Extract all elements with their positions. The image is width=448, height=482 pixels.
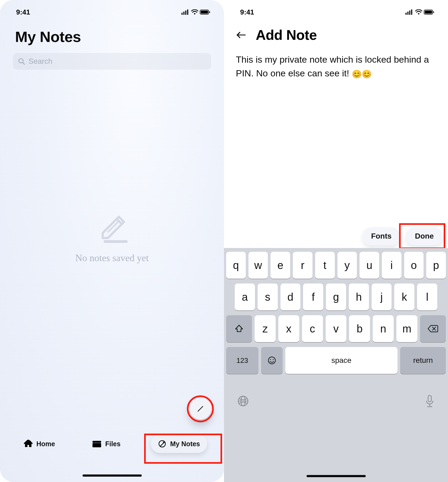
key-x[interactable]: x — [278, 315, 299, 342]
key-g[interactable]: g — [326, 283, 346, 310]
key-f[interactable]: f — [303, 283, 323, 310]
status-time: 9:41 — [16, 8, 30, 16]
svg-rect-17 — [93, 443, 101, 447]
svg-rect-20 — [406, 13, 407, 15]
fonts-button[interactable]: Fonts — [362, 227, 400, 245]
shift-icon — [234, 324, 244, 333]
key-v[interactable]: v — [326, 315, 347, 342]
home-icon — [24, 440, 33, 448]
svg-rect-0 — [182, 13, 183, 15]
back-button[interactable] — [235, 29, 248, 41]
tab-my-notes-label: My Notes — [170, 440, 200, 448]
keyboard-row-4: 123 space return — [226, 347, 446, 374]
svg-rect-16 — [93, 441, 101, 443]
key-backspace[interactable] — [420, 315, 446, 342]
svg-rect-15 — [30, 441, 31, 443]
key-123[interactable]: 123 — [226, 347, 258, 374]
home-indicator — [307, 475, 366, 477]
key-d[interactable]: d — [280, 283, 301, 310]
search-input[interactable] — [29, 57, 206, 66]
key-l[interactable]: l — [417, 283, 437, 310]
done-button[interactable]: Done — [406, 227, 443, 245]
keyboard-row-3: z x c v b n m — [226, 315, 446, 342]
svg-point-4 — [194, 13, 195, 14]
mic-icon — [424, 394, 435, 408]
key-z[interactable]: z — [255, 315, 276, 342]
keyboard-toolbar: Fonts Done — [362, 227, 443, 245]
svg-point-33 — [273, 359, 274, 360]
svg-rect-3 — [187, 9, 188, 15]
svg-rect-27 — [433, 11, 434, 13]
key-r[interactable]: r — [293, 252, 312, 279]
keyboard: q w e r t y u i o p a s d f g h j k l z — [224, 248, 448, 482]
note-emoji: 😊😊 — [352, 70, 372, 79]
keyboard-bottom — [226, 379, 446, 419]
screen-my-notes: 9:41 My Notes No notes saved yet — [0, 0, 224, 482]
key-m[interactable]: m — [396, 315, 417, 342]
edit-icon — [196, 405, 204, 413]
keyboard-row-1: q w e r t y u i o p — [226, 252, 446, 279]
tab-home[interactable]: Home — [17, 435, 62, 453]
wifi-icon — [415, 9, 422, 15]
svg-rect-37 — [428, 395, 431, 402]
new-note-button[interactable] — [190, 398, 211, 420]
key-emoji[interactable] — [261, 347, 283, 374]
key-i[interactable]: i — [382, 252, 401, 279]
cell-signal-icon — [406, 9, 414, 15]
key-j[interactable]: j — [372, 283, 392, 310]
key-w[interactable]: w — [248, 252, 268, 279]
key-e[interactable]: e — [271, 252, 290, 279]
battery-icon — [424, 9, 435, 15]
globe-icon — [237, 395, 249, 407]
key-t[interactable]: t — [315, 252, 335, 279]
svg-rect-23 — [411, 9, 412, 15]
svg-rect-2 — [185, 10, 186, 15]
key-h[interactable]: h — [349, 283, 369, 310]
svg-rect-7 — [209, 11, 210, 13]
key-u[interactable]: u — [360, 252, 379, 279]
key-c[interactable]: c — [302, 315, 323, 342]
pencil-icon — [92, 210, 132, 246]
tab-files[interactable]: Files — [85, 435, 127, 453]
key-q[interactable]: q — [226, 252, 246, 279]
key-p[interactable]: p — [426, 252, 446, 279]
search-icon — [18, 58, 25, 65]
svg-point-24 — [418, 13, 419, 14]
key-k[interactable]: k — [394, 283, 414, 310]
page-title: My Notes — [15, 28, 209, 45]
svg-rect-22 — [409, 10, 410, 15]
key-o[interactable]: o — [404, 252, 424, 279]
note-editor[interactable]: This is my private note which is locked … — [224, 46, 448, 80]
backspace-icon — [428, 325, 438, 333]
svg-point-31 — [268, 357, 275, 364]
keyboard-row-2: a s d f g h j k l — [226, 283, 446, 310]
notes-icon — [158, 440, 166, 448]
key-shift[interactable] — [226, 315, 252, 342]
svg-rect-21 — [407, 12, 408, 15]
status-icons — [406, 9, 435, 15]
key-y[interactable]: y — [337, 252, 357, 279]
svg-rect-6 — [201, 11, 208, 14]
dictation-button[interactable] — [424, 394, 435, 409]
search-field[interactable] — [13, 53, 211, 70]
tab-bar: Home Files My Notes — [0, 428, 224, 473]
status-bar: 9:41 — [0, 0, 224, 22]
page-title: Add Note — [256, 27, 317, 43]
key-b[interactable]: b — [349, 315, 370, 342]
home-indicator — [83, 474, 142, 477]
tab-my-notes[interactable]: My Notes — [151, 435, 207, 453]
note-text: This is my private note which is locked … — [236, 54, 429, 78]
svg-rect-26 — [425, 11, 432, 14]
key-space[interactable]: space — [285, 347, 397, 374]
key-a[interactable]: a — [235, 283, 255, 310]
key-return[interactable]: return — [400, 347, 446, 374]
globe-button[interactable] — [237, 395, 249, 408]
empty-state: No notes saved yet — [0, 210, 224, 264]
key-n[interactable]: n — [373, 315, 394, 342]
screen-add-note: 9:41 Add Note This is my private note wh… — [224, 0, 448, 482]
fab-container — [190, 398, 211, 420]
folder-icon — [92, 440, 101, 448]
svg-point-32 — [270, 359, 271, 360]
key-s[interactable]: s — [258, 283, 278, 310]
arrow-left-icon — [236, 31, 246, 39]
